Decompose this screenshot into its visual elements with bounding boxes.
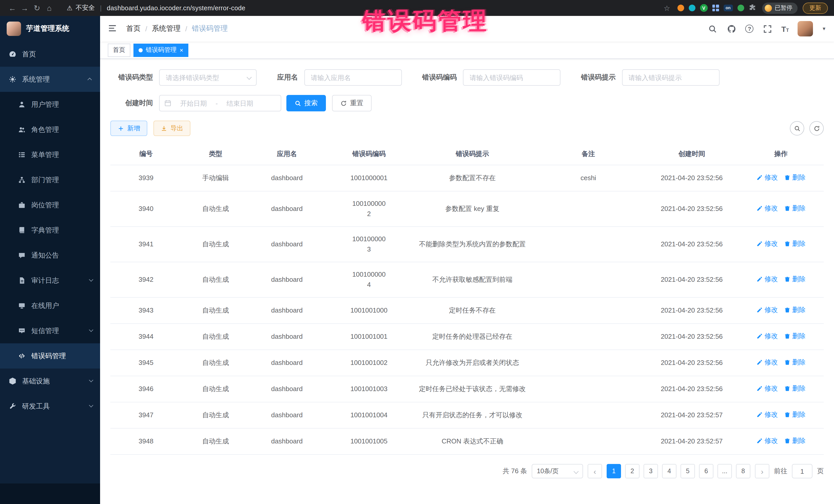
page-button-1[interactable]: 1: [607, 464, 621, 478]
cell-time: 2021-04-20 23:52:56: [645, 324, 738, 350]
edit-button[interactable]: 修改: [756, 274, 778, 284]
profile-paused-badge[interactable]: 已暂停: [762, 2, 797, 14]
col-remark: 备注: [531, 143, 645, 165]
reset-button[interactable]: 重置: [332, 95, 372, 111]
code-input[interactable]: [463, 69, 561, 86]
sidebar-item-post-management[interactable]: 岗位管理: [0, 193, 100, 218]
sidebar-item-infrastructure[interactable]: 基础设施: [0, 369, 100, 394]
caret-down-icon[interactable]: ▼: [822, 26, 826, 31]
page-more-button[interactable]: ...: [718, 464, 732, 478]
security-chip[interactable]: ⚠ 不安全: [67, 4, 95, 12]
sidebar-item-role-management[interactable]: 角色管理: [0, 117, 100, 142]
edit-button[interactable]: 修改: [756, 384, 778, 394]
sidebar-item-dict-management[interactable]: 字典管理: [0, 218, 100, 243]
delete-button[interactable]: 删除: [784, 357, 806, 368]
sidebar-item-dept-management[interactable]: 部门管理: [0, 167, 100, 193]
extension-icon-on-badge[interactable]: on: [723, 5, 733, 11]
export-button[interactable]: 导出: [153, 120, 191, 136]
extension-icon-green[interactable]: [737, 5, 744, 11]
edit-button[interactable]: 修改: [756, 357, 778, 368]
sidebar-logo[interactable]: 芋道管理系统: [0, 16, 100, 42]
delete-button[interactable]: 删除: [784, 239, 806, 249]
sidebar-item-notice[interactable]: 通知公告: [0, 243, 100, 268]
hint-input[interactable]: [622, 69, 719, 86]
end-date-input[interactable]: [221, 99, 259, 107]
browser-home-icon[interactable]: ⌂: [43, 4, 56, 12]
sidebar-item-sms-management[interactable]: 短信管理: [0, 318, 100, 343]
delete-button[interactable]: 删除: [784, 384, 806, 394]
browser-reload-icon[interactable]: ↻: [31, 3, 43, 13]
extension-icon-orange[interactable]: [677, 5, 684, 11]
type-select[interactable]: [159, 69, 257, 86]
tab-home[interactable]: 首页: [108, 43, 130, 57]
show-search-button[interactable]: [790, 121, 804, 135]
edit-button[interactable]: 修改: [756, 203, 778, 214]
edit-button[interactable]: 修改: [756, 331, 778, 341]
start-date-input[interactable]: [175, 99, 213, 107]
hamburger-icon[interactable]: [108, 24, 118, 34]
extension-icon-v[interactable]: V: [700, 4, 707, 12]
bookmark-star-icon[interactable]: ☆: [664, 4, 670, 12]
fullscreen-icon[interactable]: [762, 24, 773, 34]
app-input[interactable]: [304, 69, 402, 86]
cell-id: 3946: [110, 376, 182, 402]
date-range-picker[interactable]: -: [159, 95, 281, 111]
page-button-3[interactable]: 3: [643, 464, 658, 478]
page-button-8[interactable]: 8: [736, 464, 750, 478]
prev-page-button[interactable]: ‹: [588, 464, 602, 478]
page-button-5[interactable]: 5: [681, 464, 695, 478]
table-row: 3940自动生成dashboard1001000002参数配置 key 重复20…: [110, 191, 824, 226]
search-icon[interactable]: [707, 24, 718, 34]
cell-type: 自动生成: [182, 376, 249, 402]
extension-icon-teal[interactable]: [688, 5, 695, 11]
edit-button[interactable]: 修改: [756, 436, 778, 446]
sidebar-item-user-management[interactable]: 用户管理: [0, 92, 100, 117]
add-button-label: 新增: [127, 124, 140, 133]
user-avatar[interactable]: [797, 21, 813, 37]
delete-button[interactable]: 删除: [784, 203, 806, 214]
browser-back-icon[interactable]: ←: [6, 4, 19, 12]
extension-icon-grid[interactable]: [712, 5, 719, 11]
sidebar-item-home[interactable]: 首页: [0, 42, 100, 67]
address-bar[interactable]: dashboard.yudao.iocoder.cn/system/error-…: [107, 4, 245, 12]
tab-error-code[interactable]: 错误码管理×: [133, 43, 188, 57]
extensions-puzzle-icon[interactable]: [749, 3, 756, 13]
delete-button[interactable]: 删除: [784, 410, 806, 420]
page-size-select[interactable]: 10条/页: [532, 464, 583, 478]
delete-button[interactable]: 删除: [784, 305, 806, 315]
browser-update-button[interactable]: 更新: [803, 2, 828, 14]
add-button[interactable]: 新增: [110, 120, 147, 136]
goto-suffix: 页: [817, 466, 824, 476]
sidebar-item-menu-management[interactable]: 菜单管理: [0, 142, 100, 167]
sidebar-item-audit-log[interactable]: 审计日志: [0, 268, 100, 293]
chevron-up-icon: [87, 78, 92, 82]
type-select-input[interactable]: [159, 69, 257, 86]
page-button-2[interactable]: 2: [625, 464, 639, 478]
github-icon[interactable]: [726, 24, 737, 34]
sidebar-item-system-management[interactable]: 系统管理: [0, 67, 100, 92]
search-button[interactable]: 搜索: [286, 95, 326, 111]
close-icon[interactable]: ×: [180, 47, 183, 53]
browser-forward-icon[interactable]: →: [19, 4, 31, 12]
breadcrumb-home[interactable]: 首页: [126, 24, 140, 34]
goto-page-input[interactable]: [792, 464, 812, 478]
edit-button[interactable]: 修改: [756, 410, 778, 420]
edit-button[interactable]: 修改: [756, 172, 778, 183]
page-button-4[interactable]: 4: [662, 464, 676, 478]
edit-button[interactable]: 修改: [756, 305, 778, 315]
refresh-table-button[interactable]: [809, 121, 824, 135]
font-size-icon[interactable]: TT: [782, 24, 789, 33]
help-icon[interactable]: ?: [745, 25, 754, 33]
sidebar-item-online-user[interactable]: 在线用户: [0, 293, 100, 318]
edit-button[interactable]: 修改: [756, 239, 778, 249]
delete-button[interactable]: 删除: [784, 331, 806, 341]
delete-button[interactable]: 删除: [784, 172, 806, 183]
breadcrumb-system[interactable]: 系统管理: [152, 24, 181, 34]
sidebar-item-dev-tools[interactable]: 研发工具: [0, 394, 100, 419]
next-page-button[interactable]: ›: [755, 464, 769, 478]
page-button-6[interactable]: 6: [699, 464, 714, 478]
delete-button[interactable]: 删除: [784, 436, 806, 446]
sidebar-item-error-code-management[interactable]: 错误码管理: [0, 343, 100, 369]
col-ops: 操作: [738, 143, 824, 165]
delete-button[interactable]: 删除: [784, 274, 806, 284]
